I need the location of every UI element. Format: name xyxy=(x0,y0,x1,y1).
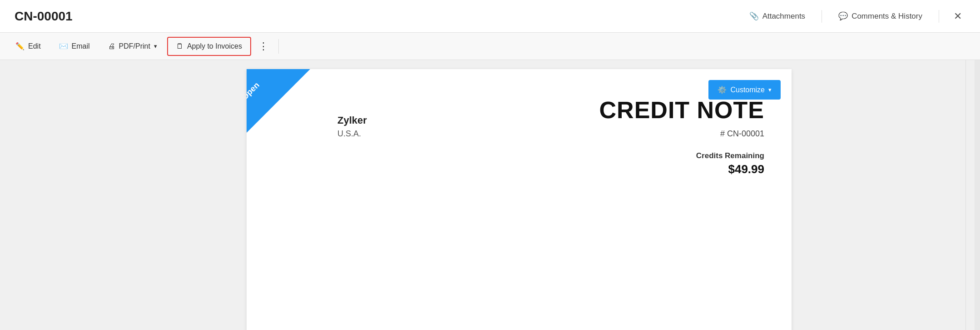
company-name: Zylker xyxy=(337,115,367,126)
header-actions: 📎 Attachments 💬 Comments & History ✕ xyxy=(744,8,965,25)
email-button[interactable]: ✉️ Email xyxy=(51,37,98,55)
edit-icon: ✏️ xyxy=(15,42,25,50)
customize-icon: ⚙️ xyxy=(718,85,727,94)
credit-note-title: CREDIT NOTE xyxy=(599,96,764,124)
close-button[interactable]: ✕ xyxy=(950,8,965,25)
credit-note-number: # CN-00001 xyxy=(599,129,764,139)
toolbar: ✏️ Edit ✉️ Email 🖨 PDF/Print ▾ 🗒 Apply t… xyxy=(0,33,980,60)
status-badge: Open xyxy=(247,80,262,102)
document-card: Open ⚙️ Customize ▾ Zylker U.S.A. CREDIT… xyxy=(247,69,792,330)
header: CN-00001 📎 Attachments 💬 Comments & Hist… xyxy=(0,0,980,33)
document-area: Open ⚙️ Customize ▾ Zylker U.S.A. CREDIT… xyxy=(0,60,965,330)
main-content: Open ⚙️ Customize ▾ Zylker U.S.A. CREDIT… xyxy=(0,60,980,330)
customize-button[interactable]: ⚙️ Customize ▾ xyxy=(708,80,781,100)
right-sidebar xyxy=(965,60,980,330)
header-divider-2 xyxy=(939,10,939,23)
company-country: U.S.A. xyxy=(337,129,367,139)
email-icon: ✉️ xyxy=(59,42,68,50)
pdf-icon: 🖨 xyxy=(108,42,115,50)
paperclip-icon: 📎 xyxy=(749,11,759,21)
comments-history-button[interactable]: 💬 Comments & History xyxy=(833,8,928,25)
page-title: CN-00001 xyxy=(15,9,73,24)
more-icon: ⋮ xyxy=(258,40,269,52)
comment-icon: 💬 xyxy=(838,11,848,21)
pdf-print-button[interactable]: 🖨 PDF/Print ▾ xyxy=(100,38,165,55)
customize-dropdown-icon: ▾ xyxy=(768,86,772,93)
invoice-icon: 🗒 xyxy=(176,42,183,50)
more-options-button[interactable]: ⋮ xyxy=(253,37,275,56)
apply-to-invoices-button[interactable]: 🗒 Apply to Invoices xyxy=(167,37,251,56)
scrollbar[interactable] xyxy=(975,60,980,330)
credits-remaining-value: $49.99 xyxy=(599,162,764,176)
header-divider-1 xyxy=(822,10,822,23)
attachments-button[interactable]: 📎 Attachments xyxy=(744,8,811,25)
company-info: Zylker U.S.A. xyxy=(337,87,367,176)
toolbar-divider xyxy=(278,39,279,54)
status-ribbon: Open xyxy=(247,69,310,133)
dropdown-arrow-icon: ▾ xyxy=(154,43,157,50)
credit-note-info: CREDIT NOTE # CN-00001 Credits Remaining… xyxy=(599,87,764,176)
edit-button[interactable]: ✏️ Edit xyxy=(7,37,49,55)
credits-remaining-label: Credits Remaining xyxy=(599,151,764,160)
